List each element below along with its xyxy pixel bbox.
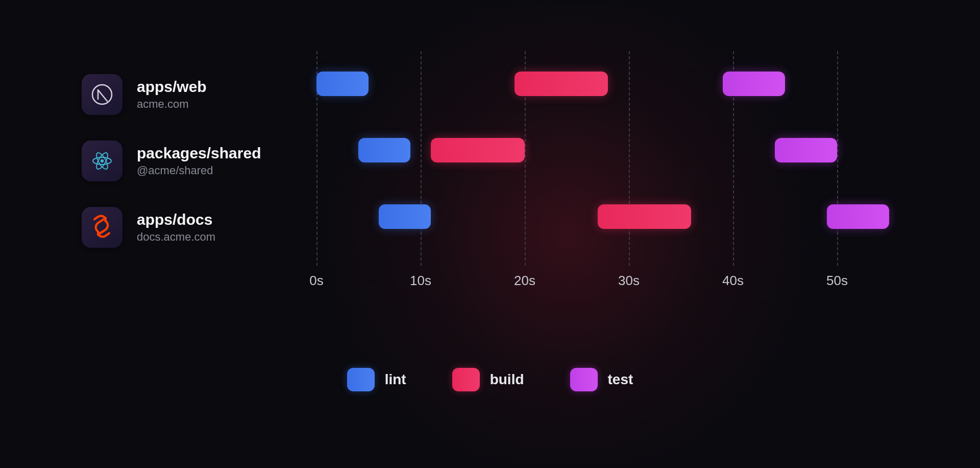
grid-line — [421, 51, 422, 266]
bar-lint — [316, 72, 369, 96]
legend-item-lint: lint — [347, 368, 406, 391]
swatch-build — [452, 368, 480, 391]
legend-label: build — [490, 371, 524, 388]
task-list: apps/web acme.com packages/shared @acme/… — [82, 61, 296, 261]
bar-build — [598, 204, 692, 229]
task-title: apps/docs — [137, 211, 215, 228]
bar-lint — [358, 138, 410, 162]
grid-line — [837, 51, 838, 266]
task-subtitle: @acme/shared — [137, 164, 261, 177]
task-subtitle: acme.com — [137, 98, 207, 111]
grid-line — [629, 51, 630, 266]
legend-item-build: build — [452, 368, 524, 391]
tick-label: 40s — [722, 273, 744, 289]
tick-label: 0s — [309, 273, 323, 289]
svelte-icon — [82, 207, 122, 248]
tick-label: 30s — [618, 273, 640, 289]
task-row-shared: packages/shared @acme/shared — [82, 128, 296, 194]
swatch-test — [570, 368, 598, 391]
react-icon — [82, 141, 122, 181]
task-row-docs: apps/docs docs.acme.com — [82, 194, 296, 261]
tick-label: 50s — [826, 273, 848, 289]
bar-test — [775, 138, 837, 162]
legend-item-test: test — [570, 368, 633, 391]
bar-test — [723, 72, 785, 96]
task-subtitle: docs.acme.com — [137, 230, 215, 244]
bar-build — [514, 72, 608, 96]
bar-lint — [379, 204, 431, 229]
task-row-web: apps/web acme.com — [82, 61, 296, 128]
bar-build — [431, 138, 525, 162]
tick-label: 20s — [514, 273, 535, 289]
legend-label: lint — [385, 371, 406, 388]
bar-test — [827, 204, 889, 229]
legend-label: test — [608, 371, 633, 388]
task-title: packages/shared — [137, 145, 261, 162]
tick-label: 10s — [410, 273, 431, 289]
timeline: 0s10s20s30s40s50s — [316, 51, 888, 286]
task-title: apps/web — [137, 78, 207, 96]
swatch-lint — [347, 368, 375, 391]
nextjs-icon — [82, 74, 122, 115]
legend: lint build test — [0, 368, 980, 391]
svg-point-1 — [101, 159, 104, 162]
